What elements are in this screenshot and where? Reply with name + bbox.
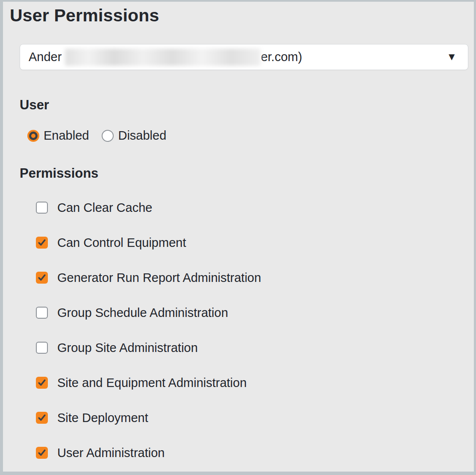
user-status-radio-group: Enabled Disabled	[27, 129, 474, 143]
radio-option-enabled[interactable]: Enabled	[27, 129, 89, 143]
checkbox[interactable]	[36, 342, 48, 354]
checkbox[interactable]	[36, 447, 48, 459]
permission-label: Can Clear Cache	[57, 201, 152, 215]
check-icon	[38, 378, 46, 387]
user-section-heading: User	[20, 97, 474, 113]
permission-row: Site and Equipment Administration	[36, 376, 474, 389]
permission-row: Site Deployment	[36, 411, 474, 424]
radio-button-icon[interactable]	[27, 130, 39, 142]
checkbox[interactable]	[36, 272, 48, 284]
user-select-value-prefix: Ander	[29, 50, 62, 64]
permission-label: Group Schedule Administration	[57, 306, 228, 320]
permissions-list: Can Clear Cache Can Control Equipment Ge…	[36, 201, 474, 459]
checkbox[interactable]	[36, 202, 48, 214]
permission-row: Generator Run Report Administration	[36, 271, 474, 284]
checkbox[interactable]	[36, 307, 48, 319]
permission-row: Group Site Administration	[36, 341, 474, 354]
check-icon	[38, 449, 46, 457]
permission-row: Group Schedule Administration	[36, 306, 474, 319]
radio-button-icon[interactable]	[102, 130, 114, 142]
permission-label: Can Control Equipment	[57, 236, 186, 250]
caret-down-icon: ▼	[447, 52, 457, 62]
page-title: User Permissions	[10, 6, 474, 26]
radio-option-label: Enabled	[44, 129, 89, 143]
permission-label: Generator Run Report Administration	[57, 271, 261, 285]
permission-row: Can Clear Cache	[36, 201, 474, 214]
redacted-user-identity	[65, 49, 261, 66]
checkbox[interactable]	[36, 412, 48, 424]
checkbox[interactable]	[36, 237, 48, 249]
permission-label: Site Deployment	[57, 411, 148, 425]
check-icon	[38, 238, 46, 247]
permission-label: User Administration	[57, 446, 165, 460]
permission-label: Site and Equipment Administration	[57, 376, 247, 390]
user-permissions-panel: User Permissions Ander er.com) ▼ User En…	[0, 0, 476, 475]
permission-row: User Administration	[36, 446, 474, 459]
check-icon	[38, 273, 46, 282]
permissions-section-heading: Permissions	[20, 166, 474, 181]
permission-label: Group Site Administration	[57, 341, 198, 355]
radio-option-label: Disabled	[118, 129, 166, 143]
permission-row: Can Control Equipment	[36, 236, 474, 249]
radio-option-disabled[interactable]: Disabled	[102, 129, 166, 143]
check-icon	[38, 413, 46, 422]
user-select-dropdown[interactable]: Ander er.com) ▼	[20, 44, 468, 70]
user-select-value-suffix: er.com)	[261, 50, 302, 64]
checkbox[interactable]	[36, 377, 48, 389]
